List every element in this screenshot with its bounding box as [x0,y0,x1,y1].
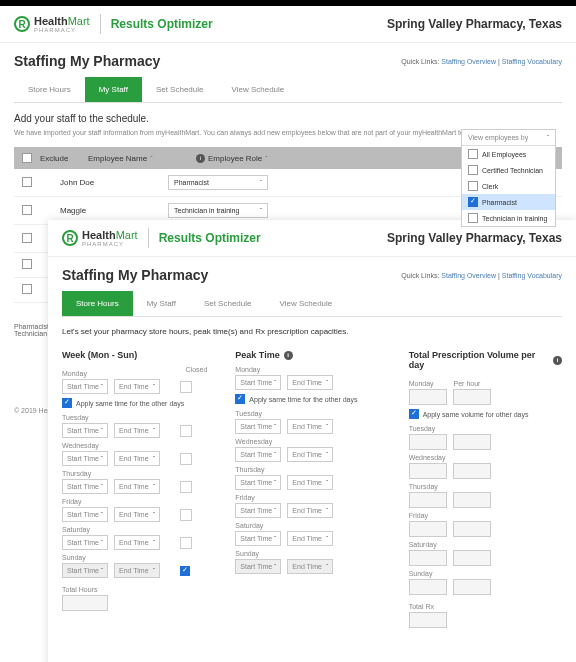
chevron-down-icon: ˇ [150,155,152,162]
day-label: Monday [235,366,388,373]
dropdown-header: View employees by [468,134,528,141]
row-checkbox[interactable] [22,177,32,187]
role-select[interactable]: Technician in trainingˇ [168,203,268,218]
col-employee-role[interactable]: Employee Role [208,154,262,163]
closed-checkbox[interactable] [180,381,192,393]
brand-sub: PHARMACY [34,27,90,33]
quick-links-label: Quick Links: [401,58,439,65]
checkbox[interactable] [468,213,478,223]
row-checkbox[interactable] [22,284,32,294]
volume-column: Total Prescription Volume per dayi Monda… [409,350,562,424]
header: R HealthMart PHARMACY Results Optimizer … [0,6,576,43]
peak-column: Peak Timei Monday Start TimeˇEnd Timeˇ A… [235,350,388,424]
tabs: Store Hours My Staff Set Schedule View S… [14,77,562,103]
week-title: Week (Mon - Sun) [62,350,137,360]
col-employee-name[interactable]: Employee Name [88,154,147,163]
week-column: Week (Mon - Sun) MondayClosed Start Time… [62,350,215,424]
checkbox[interactable] [468,149,478,159]
link-staffing-vocabulary[interactable]: Staffing Vocabulary [502,272,562,279]
brand-text-2: Mart [68,15,90,27]
apply-same-checkbox[interactable] [62,398,72,408]
volume-title: Total Prescription Volume per day [409,350,550,370]
logo-mark: R [62,230,78,246]
logo-mark: R [14,16,30,32]
dropdown-option-clerk[interactable]: Clerk [462,178,555,194]
chevron-down-icon: ˇ [547,134,549,141]
end-time-select[interactable]: End Timeˇ [287,419,333,424]
brand-logo: R HealthMart PHARMACY [62,229,138,247]
dropdown-option-tech-training[interactable]: Technician in training [462,210,555,226]
per-hour-label: Per hour [454,380,481,387]
start-time-select[interactable]: Start Timeˇ [62,379,108,394]
end-time-select[interactable]: End Timeˇ [287,375,333,390]
checkbox-all[interactable] [22,153,32,163]
tab-set-schedule[interactable]: Set Schedule [142,77,218,102]
info-icon[interactable]: i [284,351,293,360]
volume-input[interactable] [409,389,447,405]
peak-title: Peak Time [235,350,279,360]
tab-store-hours[interactable]: Store Hours [14,77,85,102]
store-hours-intro: Let's set your pharmacy store hours, pea… [62,327,562,336]
employee-name: Maggie [60,206,160,215]
tab-store-hours[interactable]: Store Hours [62,291,133,316]
employee-name: John Doe [60,178,160,187]
start-time-select[interactable]: Start Timeˇ [62,423,108,424]
apply-same-label: Apply same volume for other days [423,411,529,418]
tab-view-schedule[interactable]: View Schedule [217,77,298,102]
row-checkbox[interactable] [22,259,32,269]
tab-my-staff[interactable]: My Staff [133,291,190,316]
view-employees-dropdown[interactable]: View employees byˇ All Employees Certifi… [461,129,556,227]
checkbox[interactable] [468,181,478,191]
section-subtitle: Add your staff to the schedule. [14,113,562,124]
day-label: Tuesday [62,414,215,421]
dropdown-option-cert-tech[interactable]: Certified Technician [462,162,555,178]
apply-same-label: Apply same time for the other days [249,396,357,403]
dropdown-option-pharmacist[interactable]: Pharmacist [462,194,555,210]
row-checkbox[interactable] [22,205,32,215]
day-label: Tuesday [235,410,388,417]
brand-logo: R HealthMart PHARMACY [14,15,90,33]
tab-view-schedule[interactable]: View Schedule [265,291,346,316]
day-label: Monday [409,380,434,387]
chevron-down-icon: ˇ [260,179,262,186]
start-time-select[interactable]: Start Timeˇ [235,375,281,390]
location-label: Spring Valley Pharmacy, Texas [387,17,562,31]
tab-set-schedule[interactable]: Set Schedule [190,291,266,316]
closed-label: Closed [186,366,216,379]
app-title: Results Optimizer [111,17,213,31]
info-icon[interactable]: i [196,154,205,163]
chevron-down-icon: ˇ [265,155,267,162]
apply-same-checkbox[interactable] [235,394,245,404]
start-time-select[interactable]: Start Timeˇ [235,419,281,424]
checkbox[interactable] [468,165,478,175]
end-time-select[interactable]: End Timeˇ [114,423,160,424]
page-title: Staffing My Pharmacy [62,267,208,283]
link-staffing-overview[interactable]: Staffing Overview [441,272,496,279]
info-icon[interactable]: i [553,356,562,365]
dropdown-option-all[interactable]: All Employees [462,146,555,162]
page-title: Staffing My Pharmacy [14,53,160,69]
apply-same-checkbox[interactable] [409,409,419,419]
link-staffing-overview[interactable]: Staffing Overview [441,58,496,65]
brand-text-1: Health [34,15,68,27]
location-label: Spring Valley Pharmacy, Texas [387,231,562,245]
chevron-down-icon: ˇ [260,207,262,214]
apply-same-label: Apply same time for the other days [76,400,184,407]
role-select[interactable]: Pharmacistˇ [168,175,268,190]
row-checkbox[interactable] [22,233,32,243]
checkbox-checked[interactable] [468,197,478,207]
link-staffing-vocabulary[interactable]: Staffing Vocabulary [502,58,562,65]
tab-my-staff[interactable]: My Staff [85,77,142,102]
per-hour-input[interactable] [453,389,491,405]
col-exclude: Exclude [40,154,68,163]
end-time-select[interactable]: End Timeˇ [114,379,160,394]
app-title: Results Optimizer [159,231,261,245]
day-label: Monday [62,370,87,377]
